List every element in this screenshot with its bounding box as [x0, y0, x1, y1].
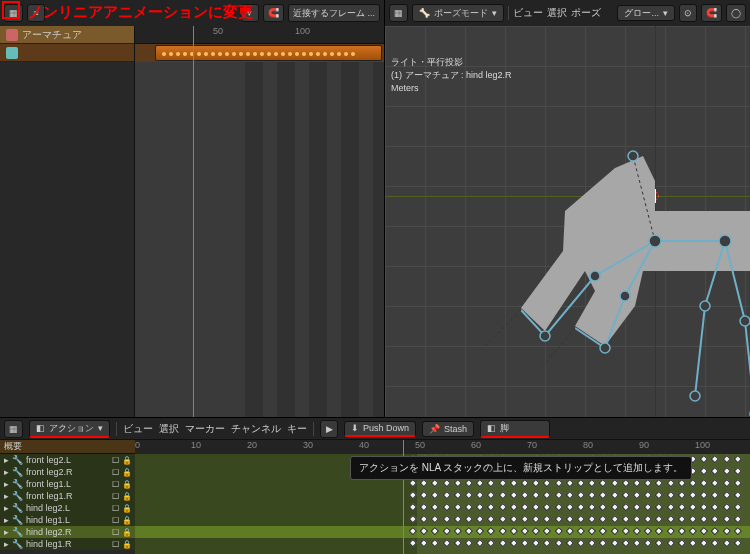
- svg-point-2: [649, 235, 661, 247]
- channel-label: hind leg1.L: [26, 515, 70, 525]
- pivot-button[interactable]: ⊙: [679, 4, 697, 22]
- svg-point-4: [540, 331, 550, 341]
- chevron-down-icon: ▾: [492, 8, 497, 18]
- dopesheet-channel-tree: 概要 ▸🔧front leg2.L☐🔒▸🔧front leg2.R☐🔒▸🔧fro…: [0, 440, 135, 554]
- mode-dropdown[interactable]: ◧ アクション ▾: [29, 420, 110, 438]
- channel-label: hind leg2.R: [26, 527, 72, 537]
- channel-label: front leg2.R: [26, 467, 73, 477]
- channel-label: front leg1.L: [26, 479, 71, 489]
- viewport-overlay-text: ライト・平行投影 (1) アーマチュア : hind leg2.R Meters: [391, 56, 512, 95]
- lock-icon[interactable]: 🔒: [122, 516, 131, 525]
- svg-point-6: [600, 343, 610, 353]
- pushdown-tooltip: アクションを NLA スタックの上に、新規ストリップとして追加します。: [350, 456, 692, 480]
- nla-editor: ノンリニアアニメーションに変更 ▦ ≡ ▾ 🧲 近接するフレーム ... アーマ…: [0, 0, 385, 418]
- chevron-right-icon: ▸: [4, 479, 9, 489]
- svg-point-8: [690, 391, 700, 401]
- mute-icon[interactable]: ☐: [111, 456, 120, 465]
- lock-icon[interactable]: 🔒: [122, 468, 131, 477]
- channel-row[interactable]: ▸🔧front leg1.L☐🔒: [0, 478, 135, 490]
- chevron-right-icon: ▸: [4, 491, 9, 501]
- menu-select[interactable]: 選択: [547, 6, 567, 20]
- lock-icon[interactable]: 🔒: [122, 456, 131, 465]
- snap-button[interactable]: 🧲: [263, 4, 284, 22]
- chevron-right-icon: ▸: [4, 539, 9, 549]
- nla-action-row[interactable]: [0, 44, 134, 62]
- svg-point-9: [740, 316, 750, 326]
- lock-icon[interactable]: 🔒: [122, 480, 131, 489]
- dopesheet-header: ▦ ◧ アクション ▾ ビュー 選択 マーカー チャンネル キー ▶ ⬇ Pus…: [0, 418, 750, 440]
- svg-point-5: [620, 291, 630, 301]
- nla-armature-row[interactable]: アーマチュア: [0, 26, 134, 44]
- armature-icon: [6, 29, 18, 41]
- channel-label: front leg1.R: [26, 491, 73, 501]
- lock-icon[interactable]: 🔒: [122, 540, 131, 549]
- wrench-icon: 🔧: [12, 515, 23, 525]
- nla-track-area[interactable]: 50 100: [135, 26, 384, 417]
- menu-pose[interactable]: ポーズ: [571, 6, 601, 20]
- nla-channel-tree: アーマチュア: [0, 26, 135, 417]
- wrench-icon: 🔧: [12, 479, 23, 489]
- channel-row[interactable]: ▸🔧hind leg1.L☐🔒: [0, 514, 135, 526]
- mode-dropdown[interactable]: 🦴 ポーズモード ▾: [412, 4, 504, 22]
- lock-icon[interactable]: 🔒: [122, 528, 131, 537]
- pushdown-button[interactable]: ⬇ Push Down: [344, 421, 416, 437]
- wrench-icon: 🔧: [12, 491, 23, 501]
- menu-select[interactable]: 選択: [159, 422, 179, 436]
- annotation-highlight: [2, 1, 20, 19]
- armature-icon: 🦴: [419, 8, 430, 18]
- chevron-down-icon: ▾: [663, 8, 668, 18]
- chevron-right-icon: ▸: [4, 515, 9, 525]
- editor-type-button[interactable]: ▦: [4, 420, 23, 438]
- channel-row[interactable]: ▸🔧hind leg2.R☐🔒: [0, 526, 135, 538]
- action-name-field[interactable]: ◧ 脚: [480, 420, 550, 438]
- dopesheet-track-area[interactable]: 0102030405060708090100110 アクションを NLA スタッ…: [135, 440, 750, 554]
- nla-time-ruler[interactable]: 50 100: [135, 26, 384, 44]
- nla-playhead[interactable]: [193, 26, 194, 417]
- menu-view[interactable]: ビュー: [123, 422, 153, 436]
- menu-view[interactable]: ビュー: [513, 6, 543, 20]
- lock-icon[interactable]: 🔒: [122, 504, 131, 513]
- summary-row[interactable]: 概要: [0, 440, 135, 454]
- svg-marker-0: [521, 156, 750, 346]
- mute-icon[interactable]: ☐: [111, 528, 120, 537]
- time-ruler[interactable]: 0102030405060708090100110: [135, 440, 750, 454]
- mute-icon[interactable]: ☐: [111, 480, 120, 489]
- chevron-right-icon: ▸: [4, 455, 9, 465]
- mute-icon[interactable]: ☐: [111, 504, 120, 513]
- nla-strip[interactable]: [155, 45, 382, 61]
- wrench-icon: 🔧: [12, 455, 23, 465]
- mute-icon[interactable]: ☐: [111, 540, 120, 549]
- channel-row[interactable]: ▸🔧front leg2.R☐🔒: [0, 466, 135, 478]
- wrench-icon: 🔧: [12, 503, 23, 513]
- lock-icon[interactable]: 🔒: [122, 492, 131, 501]
- chevron-right-icon: ▸: [4, 467, 9, 477]
- menu-key[interactable]: キー: [287, 422, 307, 436]
- orientation-dropdown[interactable]: グロー...▾: [617, 5, 675, 21]
- svg-point-1: [719, 235, 731, 247]
- channel-row[interactable]: ▸🔧hind leg2.L☐🔒: [0, 502, 135, 514]
- snap-button[interactable]: 🧲: [701, 4, 722, 22]
- mute-icon[interactable]: ☐: [111, 516, 120, 525]
- channel-label: hind leg2.L: [26, 503, 70, 513]
- 3dview-header: ▦ 🦴 ポーズモード ▾ ビュー 選択 ポーズ グロー...▾ ⊙ 🧲 ◯: [385, 0, 750, 26]
- horse-mesh[interactable]: [425, 96, 750, 416]
- chevron-right-icon: ▸: [4, 527, 9, 537]
- mute-icon[interactable]: ☐: [111, 492, 120, 501]
- proportional-button[interactable]: ◯: [726, 4, 746, 22]
- channel-row[interactable]: ▸🔧front leg2.L☐🔒: [0, 454, 135, 466]
- 3d-viewport[interactable]: ▦ 🦴 ポーズモード ▾ ビュー 選択 ポーズ グロー...▾ ⊙ 🧲 ◯: [385, 0, 750, 418]
- snap-mode-dropdown[interactable]: 近接するフレーム ...: [288, 4, 380, 22]
- wrench-icon: 🔧: [12, 467, 23, 477]
- play-button[interactable]: ▶: [320, 420, 338, 438]
- action-icon: ◧: [487, 423, 496, 433]
- channel-label: front leg2.L: [26, 455, 71, 465]
- menu-marker[interactable]: マーカー: [185, 422, 225, 436]
- editor-type-button[interactable]: ▦: [389, 4, 408, 22]
- channel-row[interactable]: ▸🔧hind leg1.R☐🔒: [0, 538, 135, 550]
- mute-icon[interactable]: ☐: [111, 468, 120, 477]
- channel-row[interactable]: ▸🔧front leg1.R☐🔒: [0, 490, 135, 502]
- chevron-right-icon: ▸: [4, 503, 9, 513]
- stash-button[interactable]: 📌 Stash: [422, 421, 474, 437]
- menu-channel[interactable]: チャンネル: [231, 422, 281, 436]
- action-icon: ◧: [36, 423, 45, 433]
